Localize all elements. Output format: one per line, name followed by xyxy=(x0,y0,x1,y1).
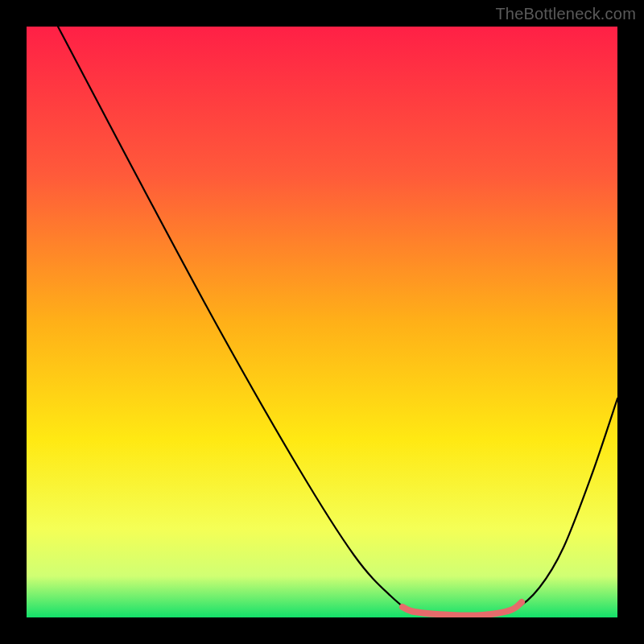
plot-background xyxy=(27,27,617,617)
attribution-label: TheBottleneck.com xyxy=(495,5,636,23)
bottleneck-chart xyxy=(0,0,644,644)
chart-frame: TheBottleneck.com xyxy=(0,0,644,644)
